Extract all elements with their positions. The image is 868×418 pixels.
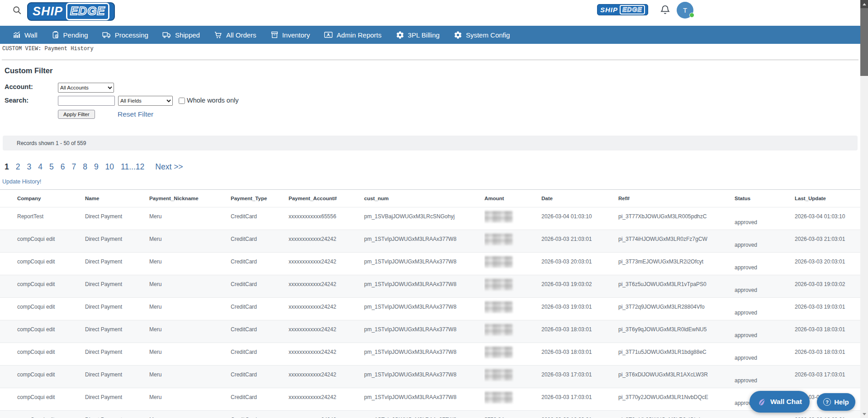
cell-type: CreditCard	[231, 230, 289, 252]
cell-amount	[484, 298, 541, 320]
cell-date: 2026-03-03 18:03:01	[541, 320, 618, 343]
cell-name: Direct Payment	[85, 253, 149, 275]
records-summary-text: Records shown 1 - 50 of 559	[17, 140, 86, 146]
records-summary-bar: Records shown 1 - 50 of 559	[3, 136, 858, 150]
column-header-cust_num: cust_num	[364, 196, 484, 201]
column-header-type: Payment_Type	[231, 196, 289, 201]
cell-type: CreditCard	[231, 253, 289, 275]
cell-account: xxxxxxxxxxxx24242	[289, 366, 364, 388]
search-input[interactable]	[58, 96, 115, 106]
logo-ship-text: SHIP	[33, 5, 63, 19]
account-label: Account:	[5, 83, 33, 90]
nav-item-wall[interactable]: Wall	[13, 31, 38, 39]
nav-item-inventory[interactable]: Inventory	[270, 31, 310, 39]
section-divider	[2, 60, 859, 60]
cell-company: compCoqui edit	[0, 388, 85, 410]
pagination: 1234567891011...12Next >>	[5, 162, 183, 172]
cell-date: 2026-03-03 16:03:01	[541, 411, 618, 418]
cell-status: approved	[735, 253, 795, 275]
cell-last_update: 2026-03-03 19:03:02	[795, 275, 860, 297]
nav-item-shipped[interactable]: Shipped	[162, 31, 200, 39]
scrollbar-up-arrow[interactable]	[860, 0, 868, 8]
question-circle-icon: ?	[823, 398, 831, 406]
nav-item-pending[interactable]: Pending	[52, 31, 88, 39]
table-row[interactable]: compCoqui editDirect PaymentMeruCreditCa…	[0, 388, 860, 411]
page-link-11...12[interactable]: 11...12	[121, 162, 144, 172]
shipedge-logo-small[interactable]: SHIP EDGE	[597, 4, 648, 15]
cell-status: approved	[735, 343, 795, 365]
nav-item-all-orders[interactable]: All Orders	[214, 31, 256, 39]
shipedge-logo[interactable]: SHIP EDGE	[27, 2, 115, 21]
table-row[interactable]: compCoqui editDirect PaymentMeruCreditCa…	[0, 343, 860, 366]
table-row[interactable]: compCoqui editDirect PaymentMeruCreditCa…	[0, 411, 860, 418]
cell-account: xxxxxxxxxxxx24242	[289, 253, 364, 275]
table-row[interactable]: compCoqui editDirect PaymentMeruCreditCa…	[0, 275, 860, 298]
account-select[interactable]: All Accounts	[58, 83, 114, 93]
cell-type: CreditCard	[231, 207, 289, 230]
page-link-8[interactable]: 8	[83, 162, 87, 172]
nav-item-system-config[interactable]: System Config	[454, 31, 510, 39]
cell-ref: pi_3T77XbJOWUGxM3LR005pdhzC	[618, 207, 735, 230]
cell-cust_num: pm_1STvIpJOWUGxM3LRAAx377W8	[364, 253, 484, 275]
cell-nickname: Meru	[149, 275, 231, 297]
table-row[interactable]: compCoqui editDirect PaymentMeruCreditCa…	[0, 230, 860, 253]
cell-amount	[484, 253, 541, 275]
column-header-company: Company	[0, 196, 85, 201]
cell-account: xxxxxxxxxxxx24242	[289, 388, 364, 410]
fields-select[interactable]: All Fields	[118, 96, 173, 106]
table-row[interactable]: compCoqui editDirect PaymentMeruCreditCa…	[0, 366, 860, 388]
cell-amount	[484, 343, 541, 365]
nav-item-label: Inventory	[282, 31, 310, 39]
wall-chat-button[interactable]: Wall Chat	[749, 391, 810, 413]
page-link-9[interactable]: 9	[94, 162, 99, 172]
cell-status: approved	[735, 320, 795, 343]
cell-ref: pi_3T6xDlJOWUGxM3LR1AXcLW3R	[618, 366, 735, 388]
cell-cust_num: pm_1STvIpJOWUGxM3LRAAx377W8	[364, 298, 484, 320]
cell-date: 2026-03-03 19:03:02	[541, 275, 618, 297]
page-link-5[interactable]: 5	[49, 162, 54, 172]
help-label: Help	[834, 398, 849, 406]
cell-ref: pi_3T70y2JOWUGxM3LR1NvbDQcE	[618, 388, 735, 410]
table-row[interactable]: compCoqui editDirect PaymentMeruCreditCa…	[0, 320, 860, 343]
cell-status: approved	[735, 230, 795, 252]
page-link-10[interactable]: 10	[105, 162, 114, 172]
cell-nickname: Meru	[149, 366, 231, 388]
table-row[interactable]: ReportTestDirect PaymentMeruCreditCardxx…	[0, 207, 860, 230]
table-row[interactable]: compCoqui editDirect PaymentMeruCreditCa…	[0, 253, 860, 275]
update-history-link[interactable]: Update History!	[2, 178, 41, 185]
column-header-status: Status	[735, 196, 795, 201]
cell-last_update: 2026-03-03 17:03:01	[795, 366, 860, 388]
reset-filter-link[interactable]: Reset Filter	[118, 110, 153, 118]
column-header-nickname: Payment_Nickname	[149, 196, 231, 201]
page-current: 1	[5, 162, 9, 172]
cell-company: compCoqui edit	[0, 320, 85, 343]
scrollbar-thumb[interactable]	[860, 8, 868, 76]
cell-nickname: Meru	[149, 207, 231, 230]
search-icon[interactable]	[12, 5, 22, 15]
whole-words-checkbox[interactable]	[179, 98, 185, 104]
user-avatar[interactable]: T	[677, 2, 693, 19]
page-link-4[interactable]: 4	[38, 162, 43, 172]
page-link-6[interactable]: 6	[61, 162, 65, 172]
page-link-2[interactable]: 2	[16, 162, 20, 172]
scrollbar-down-arrow[interactable]	[860, 410, 868, 418]
payment-history-table: CompanyNamePayment_NicknamePayment_TypeP…	[0, 189, 860, 418]
nav-item-processing[interactable]: Processing	[102, 31, 148, 39]
nav-item-admin-reports[interactable]: Admin Reports	[324, 31, 381, 39]
page-link-3[interactable]: 3	[27, 162, 31, 172]
cell-account: xxxxxxxxxxxx24242	[289, 320, 364, 343]
table-row[interactable]: compCoqui editDirect PaymentMeruCreditCa…	[0, 298, 860, 320]
help-button[interactable]: ? Help	[817, 393, 855, 411]
bell-icon[interactable]	[659, 4, 671, 17]
cell-nickname: Meru	[149, 343, 231, 365]
page-link-7[interactable]: 7	[71, 162, 76, 172]
table-header-row: CompanyNamePayment_NicknamePayment_TypeP…	[0, 190, 860, 207]
cell-type: CreditCard	[231, 343, 289, 365]
cell-ref: pi_3T74iHJOWUGxM3LR0zFz7gCW	[618, 230, 735, 252]
next-page-link[interactable]: Next >>	[155, 162, 183, 172]
cell-cust_num: pm_1STvIpJOWUGxM3LRAAx377W8	[364, 366, 484, 388]
nav-item-label: Shipped	[175, 31, 200, 39]
apply-filter-button[interactable]: Apply Filter	[58, 110, 95, 119]
nav-item-3pl-billing[interactable]: 3PL Billing	[396, 31, 440, 39]
cell-ref: pi_3T6wVhJOWUGxM3LR9vjQbd	[618, 411, 735, 418]
